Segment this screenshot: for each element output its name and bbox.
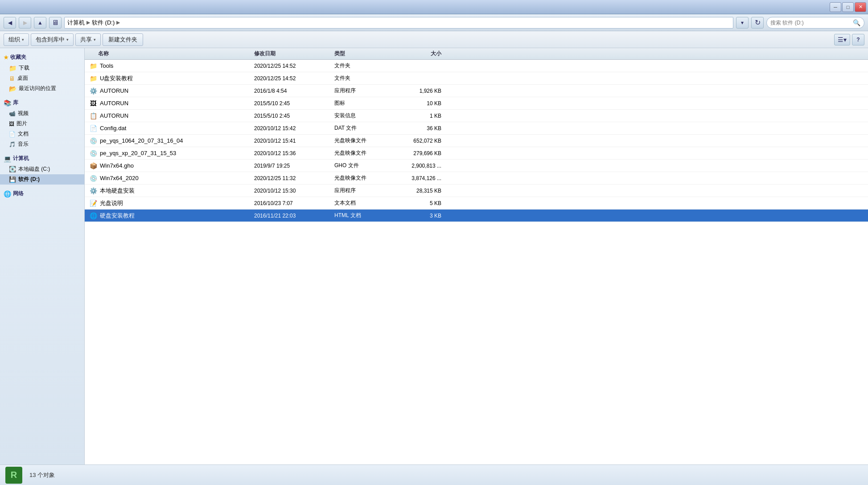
table-row[interactable]: 💿pe_yqs_1064_20_07_31_16_042020/10/12 15… — [85, 135, 868, 147]
network-header[interactable]: 🌐 网络 — [0, 188, 84, 199]
view-button[interactable]: ☰▾ — [834, 34, 850, 45]
refresh-button[interactable]: ↻ — [751, 17, 764, 29]
file-name: AUTORUN — [98, 100, 254, 107]
share-button[interactable]: 共享 ▾ — [75, 33, 101, 46]
table-row[interactable]: 📦Win7x64.gho2019/9/7 19:25GHO 文件2,900,81… — [85, 160, 868, 172]
filelist: 名称 修改日期 类型 大小 📁Tools2020/12/25 14:52文件夹📁… — [85, 48, 868, 464]
file-type: 安装信息 — [334, 112, 392, 119]
help-button[interactable]: ? — [852, 34, 864, 45]
table-row[interactable]: 📁U盘安装教程2020/12/25 14:52文件夹 — [85, 72, 868, 85]
file-icon: ⚙️ — [88, 186, 98, 196]
window-controls: ─ □ ✕ — [830, 2, 866, 12]
table-row[interactable]: ⚙️本地硬盘安装2020/10/12 15:30应用程序28,315 KB — [85, 185, 868, 197]
sidebar-item-music[interactable]: 🎵 音乐 — [0, 139, 84, 149]
file-name: Win7x64_2020 — [98, 175, 254, 181]
file-type: HTML 文档 — [334, 212, 392, 219]
archive-button[interactable]: 包含到库中 ▾ — [31, 33, 74, 46]
file-name: pe_yqs_1064_20_07_31_16_04 — [98, 137, 254, 144]
recent-icon: 📂 — [9, 85, 16, 92]
table-row[interactable]: 💿Win7x64_20202020/12/25 11:32光盘映像文件3,874… — [85, 172, 868, 185]
table-row[interactable]: 📁Tools2020/12/25 14:52文件夹 — [85, 60, 868, 72]
file-name: AUTORUN — [98, 87, 254, 94]
file-date: 2020/10/12 15:30 — [254, 188, 334, 194]
file-size: 28,315 KB — [392, 188, 450, 194]
computer-header[interactable]: 💻 计算机 — [0, 153, 84, 164]
file-size: 2,900,813 ... — [392, 163, 450, 169]
titlebar: ─ □ ✕ — [0, 0, 868, 14]
favorites-header[interactable]: ★ 收藏夹 — [0, 52, 84, 63]
sidebar-item-document[interactable]: 📄 文档 — [0, 129, 84, 139]
back-button[interactable]: ◀ — [4, 17, 16, 29]
organize-button[interactable]: 组织 ▾ — [4, 33, 29, 46]
file-name: 硬盘安装教程 — [98, 212, 254, 220]
sidebar-item-ddrive[interactable]: 💾 软件 (D:) — [0, 174, 84, 185]
table-row[interactable]: 📝光盘说明2016/10/23 7:07文本文档5 KB — [85, 197, 868, 210]
table-row[interactable]: 💿pe_yqs_xp_20_07_31_15_532020/10/12 15:3… — [85, 147, 868, 160]
breadcrumb[interactable]: 计算机 ▶ 软件 (D:) ▶ — [64, 17, 733, 29]
archive-label: 包含到库中 — [36, 36, 65, 44]
file-date: 2015/5/10 2:45 — [254, 100, 334, 107]
file-size: 3 KB — [392, 213, 450, 219]
col-name-header[interactable]: 名称 — [85, 50, 254, 58]
file-date: 2016/1/8 4:54 — [254, 88, 334, 94]
table-row[interactable]: ⚙️AUTORUN2016/1/8 4:54应用程序1,926 KB — [85, 85, 868, 97]
file-size: 5 KB — [392, 200, 450, 206]
sidebar-item-video[interactable]: 📹 视频 — [0, 108, 84, 119]
file-size: 36 KB — [392, 125, 450, 132]
sidebar-item-desktop[interactable]: 🖥 桌面 — [0, 73, 84, 83]
file-type: 文本文档 — [334, 199, 392, 207]
computer-icon: 💻 — [4, 155, 11, 162]
library-header[interactable]: 📚 库 — [0, 97, 84, 108]
sidebar-item-recent[interactable]: 📂 最近访问的位置 — [0, 83, 84, 94]
maximize-button[interactable]: □ — [842, 2, 854, 12]
sidebar-item-cdrive[interactable]: 💽 本地磁盘 (C:) — [0, 164, 84, 174]
search-icon[interactable]: 🔍 — [853, 19, 860, 26]
file-icon: 💿 — [88, 173, 98, 183]
status-count: 13 个对象 — [29, 471, 55, 479]
sidebar-item-picture[interactable]: 🖼 图片 — [0, 119, 84, 129]
file-icon: 🌐 — [88, 211, 98, 221]
file-icon: 📄 — [88, 123, 98, 133]
file-name: Tools — [98, 62, 254, 69]
col-size-header[interactable]: 大小 — [392, 50, 450, 58]
forward-button[interactable]: ▶ — [19, 17, 31, 29]
file-icon: 📁 — [88, 74, 98, 83]
addressbar: ◀ ▶ ▲ 🖥 计算机 ▶ 软件 (D:) ▶ ▾ ↻ 🔍 — [0, 14, 868, 31]
share-label: 共享 — [80, 36, 92, 44]
table-row[interactable]: 🌐硬盘安装教程2016/11/21 22:03HTML 文档3 KB — [85, 210, 868, 222]
sidebar-download-label: 下载 — [19, 64, 29, 72]
breadcrumb-computer[interactable]: 计算机 — [67, 19, 85, 27]
search-input[interactable] — [770, 20, 851, 26]
col-type-header[interactable]: 类型 — [334, 50, 392, 58]
search-bar[interactable]: 🔍 — [766, 17, 864, 29]
file-name: pe_yqs_xp_20_07_31_15_53 — [98, 150, 254, 156]
table-row[interactable]: 📄Config.dat2020/10/12 15:42DAT 文件36 KB — [85, 122, 868, 135]
newfolder-button[interactable]: 新建文件夹 — [103, 33, 143, 46]
breadcrumb-sep-2: ▶ — [116, 20, 120, 25]
file-icon: 📁 — [88, 61, 98, 71]
network-icon: 🌐 — [4, 190, 11, 197]
close-button[interactable]: ✕ — [855, 2, 866, 12]
file-type: 应用程序 — [334, 87, 392, 95]
up-button[interactable]: ▲ — [34, 17, 46, 29]
network-section: 🌐 网络 — [0, 188, 84, 199]
file-type: 图标 — [334, 99, 392, 107]
sidebar-desktop-label: 桌面 — [17, 74, 28, 82]
sidebar-item-download[interactable]: 📁 下载 — [0, 63, 84, 73]
sidebar-cdrive-label: 本地磁盘 (C:) — [18, 165, 50, 173]
breadcrumb-drive[interactable]: 软件 (D:) — [92, 19, 115, 27]
table-row[interactable]: 🖼AUTORUN2015/5/10 2:45图标10 KB — [85, 97, 868, 110]
minimize-button[interactable]: ─ — [830, 2, 841, 12]
col-date-header[interactable]: 修改日期 — [254, 50, 334, 58]
file-date: 2020/12/25 14:52 — [254, 63, 334, 69]
dropdown-button[interactable]: ▾ — [736, 17, 749, 29]
file-icon: ⚙️ — [88, 86, 98, 96]
sidebar-music-label: 音乐 — [18, 140, 29, 148]
main-area: ★ 收藏夹 📁 下载 🖥 桌面 📂 最近访问的位置 📚 库 � — [0, 48, 868, 464]
music-icon: 🎵 — [9, 141, 16, 148]
file-size: 10 KB — [392, 100, 450, 107]
location-icon: 🖥 — [49, 17, 62, 29]
statusbar: R 13 个对象 — [0, 464, 868, 485]
table-row[interactable]: 📋AUTORUN2015/5/10 2:45安装信息1 KB — [85, 110, 868, 122]
file-size: 652,072 KB — [392, 138, 450, 144]
